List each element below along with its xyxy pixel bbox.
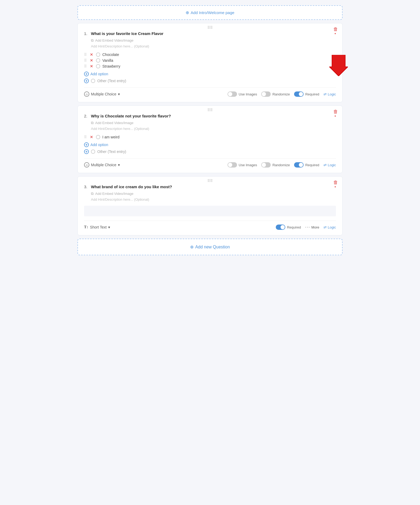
required-label-2: Required — [305, 163, 319, 167]
option-delete-chocolate[interactable]: ✕ — [89, 52, 94, 57]
intro-welcome-container: ⊕ Add Intro/Welcome page — [77, 5, 343, 20]
add-option-row-2[interactable]: + Add option — [84, 142, 336, 147]
logic-button-1[interactable]: ⇄ Logic — [323, 92, 336, 96]
logic-button-3[interactable]: ⇄ Logic — [323, 225, 336, 229]
question-type-select-2[interactable]: ◎ Multiple Choice ▾ — [84, 162, 120, 168]
chevron-down-icon-3: ▾ — [108, 225, 110, 229]
logic-label-1: Logic — [328, 92, 336, 96]
option-delete-strawberry[interactable]: ✕ — [89, 64, 94, 68]
option-row-strawberry: ⠿ ✕ Strawberry — [84, 64, 336, 68]
add-new-question-button[interactable]: ⊕ Add new Question — [190, 244, 230, 249]
embed-placeholder-2[interactable]: Add Embed Video/Image — [95, 121, 133, 125]
embed-placeholder-3[interactable]: Add Embed Video/Image — [95, 192, 133, 196]
add-question-label: Add new Question — [195, 245, 230, 249]
survey-builder: ⊕ Add Intro/Welcome page ⠿⠿ 🗑 1. What is… — [77, 5, 343, 255]
randomize-toggle-group-2: Randomize — [261, 162, 290, 168]
option-drag-weird[interactable]: ⠿ — [84, 135, 87, 139]
add-option-label-2: Add option — [90, 143, 108, 147]
short-text-input-area[interactable] — [84, 206, 336, 216]
type-text-icon-3: T↕ — [84, 225, 88, 229]
radio-circle-strawberry — [96, 64, 100, 68]
delete-question-1-button[interactable]: 🗑 — [333, 27, 338, 32]
question-3-footer: T↕ Short Text ▾ Required ··· More ⇄ — [84, 221, 336, 230]
use-images-label-1: Use Images — [239, 92, 257, 96]
required-toggle-1[interactable] — [294, 91, 304, 97]
drag-handle-2[interactable]: ⠿⠿ — [207, 108, 213, 112]
question-3-footer-right: Required ··· More ⇄ Logic — [276, 225, 336, 230]
required-label-1: Required — [305, 92, 319, 96]
plus-circle-icon-add: ⊕ — [190, 244, 194, 249]
other-option-icon-2: + — [84, 149, 89, 154]
question-card-1: ⠿⠿ 🗑 1. What is your favorite Ice Cream … — [77, 23, 343, 102]
question-3-number: 3. — [84, 185, 89, 189]
delete-question-3-button[interactable]: 🗑 — [333, 180, 338, 185]
question-3-wrapper: ⠿⠿ 🗑 3. What brand of ice cream do you l… — [77, 176, 343, 235]
more-button-3[interactable]: ··· More — [305, 225, 319, 230]
other-option-icon-1: + — [84, 78, 89, 83]
option-drag-strawberry[interactable]: ⠿ — [84, 64, 87, 68]
other-option-label-2: Other (Text entry) — [97, 150, 126, 154]
add-option-icon-2: + — [84, 142, 89, 147]
logic-label-2: Logic — [328, 163, 336, 167]
required-toggle-2[interactable] — [294, 162, 304, 168]
question-type-select-1[interactable]: ◎ Multiple Choice ▾ — [84, 91, 120, 97]
question-1-options-list: ⠿ ✕ Chocolate ⠿ ✕ Vanilla ⠿ ✕ Str — [84, 52, 336, 68]
embed-icon-1: ⧉ — [91, 38, 94, 43]
question-2-hint[interactable]: Add Hint/Description here... (Optional) — [91, 127, 336, 131]
question-1-footer: ◎ Multiple Choice ▾ Use Images Randomize — [84, 87, 336, 97]
question-3-header: 3. What brand of ice cream do you like m… — [84, 185, 336, 189]
add-option-row-1[interactable]: + Add option — [84, 72, 336, 76]
required-toggle-group-2: Required — [294, 162, 319, 168]
question-1-hint[interactable]: Add Hint/Description here... (Optional) — [91, 44, 336, 48]
required-toggle-group-1: Required — [294, 91, 319, 97]
question-type-select-3[interactable]: T↕ Short Text ▾ — [84, 225, 110, 229]
use-images-label-2: Use Images — [239, 163, 257, 167]
required-toggle-3[interactable] — [276, 225, 285, 230]
required-label-3: Required — [287, 225, 301, 229]
other-option-row-2: + Other (Text entry) — [84, 149, 336, 154]
add-intro-button[interactable]: ⊕ Add Intro/Welcome page — [186, 10, 234, 15]
option-label-chocolate: Chocolate — [102, 52, 119, 57]
delete-question-2-button[interactable]: 🗑 — [333, 109, 338, 115]
randomize-toggle-1[interactable] — [261, 91, 271, 97]
embed-icon-3: ⧉ — [91, 191, 94, 196]
type-icon-2: ◎ — [84, 162, 89, 168]
question-1-embed-row: ⧉ Add Embed Video/Image — [91, 38, 336, 43]
other-radio-circle-2 — [91, 150, 95, 154]
option-drag-vanilla[interactable]: ⠿ — [84, 58, 87, 63]
question-2-number: 2. — [84, 114, 89, 118]
question-card-3: ⠿⠿ 🗑 3. What brand of ice cream do you l… — [77, 176, 343, 235]
svg-marker-0 — [329, 55, 348, 76]
use-images-toggle-group-2: Use Images — [228, 162, 257, 168]
question-1-title: What is your favorite Ice Cream Flavor — [91, 31, 332, 36]
radio-circle-vanilla — [96, 58, 100, 63]
randomize-toggle-group-1: Randomize — [261, 91, 290, 97]
question-3-embed-row: ⧉ Add Embed Video/Image — [91, 191, 336, 196]
other-option-label-1: Other (Text entry) — [97, 79, 126, 83]
drag-handle-1[interactable]: ⠿⠿ — [207, 25, 213, 30]
question-2-header: 2. Why is Chocolate not your favorite fl… — [84, 114, 336, 118]
plus-circle-icon: ⊕ — [186, 10, 189, 15]
question-type-label-3: Short Text — [90, 225, 107, 229]
red-arrow-indicator — [329, 55, 348, 77]
add-intro-label: Add Intro/Welcome page — [191, 10, 234, 15]
question-1-number: 1. — [84, 31, 89, 36]
embed-placeholder-1[interactable]: Add Embed Video/Image — [95, 38, 133, 42]
randomize-toggle-2[interactable] — [261, 162, 271, 168]
question-card-2: ⠿⠿ 🗑 2. Why is Chocolate not your favori… — [77, 106, 343, 173]
question-2-footer-right: Use Images Randomize Required ⇄ Logic — [228, 162, 336, 168]
logic-icon-3: ⇄ — [323, 225, 327, 229]
option-delete-vanilla[interactable]: ✕ — [89, 58, 94, 63]
question-3-hint[interactable]: Add Hint/Description here... (Optional) — [91, 197, 336, 201]
use-images-toggle-1[interactable] — [228, 91, 237, 97]
more-dots-icon: ··· — [305, 225, 310, 230]
randomize-label-2: Randomize — [272, 163, 290, 167]
logic-button-2[interactable]: ⇄ Logic — [323, 163, 336, 167]
option-delete-weird[interactable]: ✕ — [89, 135, 94, 139]
option-drag-chocolate[interactable]: ⠿ — [84, 52, 87, 57]
drag-handle-3[interactable]: ⠿⠿ — [207, 179, 213, 183]
use-images-toggle-2[interactable] — [228, 162, 237, 168]
option-row-weird: ⠿ ✕ I am weird — [84, 135, 336, 139]
question-2-embed-row: ⧉ Add Embed Video/Image — [91, 121, 336, 125]
question-3-title: What brand of ice cream do you like most… — [91, 185, 332, 189]
